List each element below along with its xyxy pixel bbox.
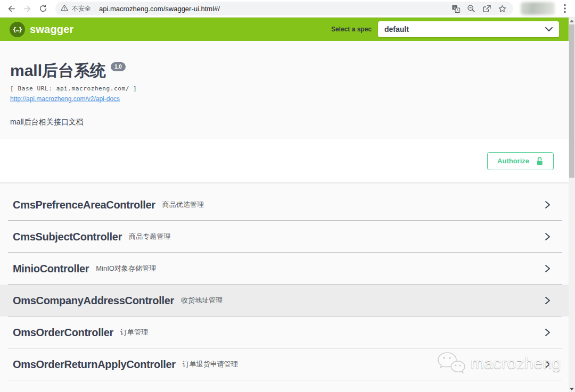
swagger-topbar: {…} swagger Select a spec default (0, 18, 569, 41)
controller-description: 收货地址管理 (181, 296, 223, 305)
expand-chevron-icon[interactable] (542, 263, 553, 274)
expand-chevron-icon[interactable] (542, 327, 553, 338)
star-icon[interactable] (496, 3, 508, 14)
browser-toolbar: 不安全 api.macrozheng.com/swagger-ui.html#/… (0, 0, 575, 18)
unlock-icon (536, 157, 544, 165)
controller-name: OmsCompanyAddressController (13, 295, 174, 307)
zoom-out-icon[interactable] (465, 3, 477, 14)
controller-row[interactable]: CmsPrefrenceAreaController 商品优选管理 (0, 189, 569, 221)
scrollbar-thumb[interactable] (569, 24, 574, 178)
version-badge: 1.0 (111, 62, 126, 71)
back-icon[interactable] (4, 2, 18, 15)
controllers-list: CmsPrefrenceAreaController 商品优选管理 CmsSub… (0, 189, 569, 380)
address-separator (95, 5, 95, 12)
scrollbar-up-icon[interactable] (569, 18, 575, 24)
translate-icon[interactable]: 文A (450, 3, 462, 14)
controller-name: OmsOrderReturnApplyController (13, 358, 176, 371)
controller-row[interactable]: OmsCompanyAddressController 收货地址管理 (0, 285, 569, 316)
controller-row[interactable]: CmsSubjectController 商品专题管理 (0, 221, 569, 253)
controller-name: CmsPrefrenceAreaController (13, 199, 155, 211)
profile-avatar[interactable] (521, 2, 555, 15)
api-title-text: mall后台系统 (10, 61, 106, 80)
expand-chevron-icon[interactable] (542, 359, 553, 370)
controller-name: MinioController (13, 263, 89, 275)
controller-row[interactable]: MinioController MinIO对象存储管理 (0, 253, 569, 285)
share-icon[interactable] (481, 3, 492, 14)
controller-description: 订单退货申请管理 (183, 360, 238, 369)
controller-description: 商品优选管理 (162, 200, 204, 210)
api-info-section: mall后台系统 1.0 [ Base URL: api.macrozheng.… (0, 41, 569, 139)
api-title: mall后台系统 1.0 (10, 61, 558, 80)
authorize-label: Authorize (497, 157, 529, 165)
forward-icon[interactable] (20, 2, 34, 15)
chevron-down-icon (545, 27, 553, 32)
url-text: api.macrozheng.com/swagger-ui.html#/ (99, 5, 220, 13)
expand-chevron-icon[interactable] (542, 295, 553, 306)
controller-name: CmsSubjectController (13, 231, 122, 243)
security-label: 不安全 (72, 4, 91, 13)
page-scrollbar[interactable] (569, 18, 575, 392)
controller-row[interactable]: OmsOrderController 订单管理 (0, 316, 569, 348)
scheme-container: Authorize (0, 139, 569, 182)
controller-description: 商品专题管理 (129, 232, 170, 241)
address-bar[interactable]: 不安全 api.macrozheng.com/swagger-ui.html#/… (55, 2, 513, 15)
swagger-logo-icon: {…} (10, 22, 25, 37)
authorize-button[interactable]: Authorize (487, 152, 554, 170)
swagger-brand-text: swagger (30, 23, 74, 36)
controller-row[interactable]: OmsOrderReturnApplyController 订单退货申请管理 (0, 348, 569, 380)
scrollbar-down-icon[interactable] (569, 386, 575, 392)
controller-name: OmsOrderController (13, 327, 113, 339)
spec-select-value: default (384, 25, 409, 34)
expand-chevron-icon[interactable] (542, 199, 553, 210)
expand-chevron-icon[interactable] (542, 231, 553, 242)
base-url: [ Base URL: api.macrozheng.com/ ] (10, 85, 558, 92)
spec-select-dropdown[interactable]: default (378, 21, 559, 37)
warning-icon (61, 4, 68, 13)
browser-menu-icon[interactable] (559, 4, 571, 13)
api-docs-link[interactable]: http://api.macrozheng.com/v2/api-docs (10, 95, 120, 103)
controller-description: MinIO对象存储管理 (96, 264, 156, 273)
controller-description: 订单管理 (120, 328, 148, 337)
svg-text:A: A (456, 8, 459, 12)
api-description: mall后台相关接口文档 (10, 118, 558, 127)
refresh-icon[interactable] (36, 2, 50, 15)
swagger-brand[interactable]: {…} swagger (10, 22, 74, 37)
select-spec-label: Select a spec (331, 26, 372, 33)
